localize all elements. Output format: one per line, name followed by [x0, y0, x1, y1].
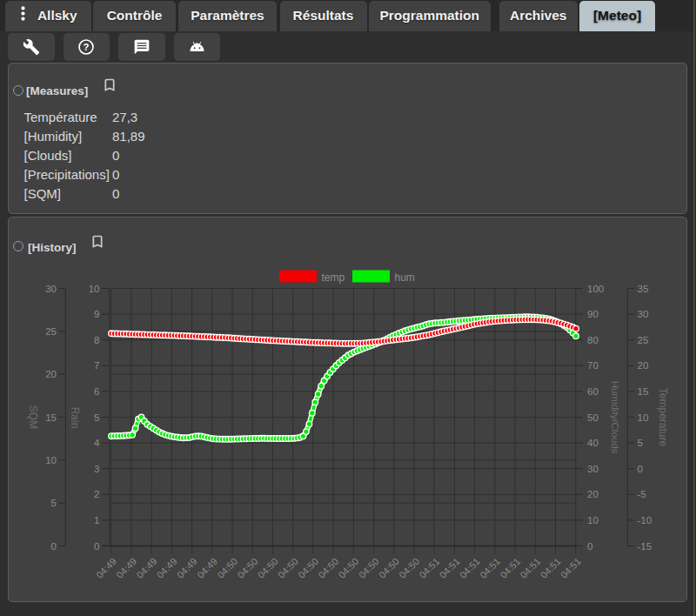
svg-text:04:50: 04:50 [337, 556, 361, 580]
svg-text:20: 20 [638, 360, 649, 371]
svg-text:temp: temp [322, 271, 345, 284]
svg-text:25: 25 [638, 335, 649, 345]
svg-text:-5: -5 [638, 489, 646, 499]
svg-text:04:50: 04:50 [357, 556, 381, 580]
svg-text:04:50: 04:50 [215, 556, 239, 580]
svg-text:SQM: SQM [27, 405, 39, 429]
svg-text:04:50: 04:50 [236, 556, 260, 580]
svg-text:2: 2 [94, 489, 99, 499]
svg-text:20: 20 [45, 369, 57, 379]
svg-text:Rain: Rain [69, 407, 81, 429]
svg-text:04:49: 04:49 [134, 556, 158, 580]
svg-text:04:51: 04:51 [458, 556, 482, 580]
svg-text:04:49: 04:49 [195, 556, 219, 580]
svg-text:15: 15 [45, 412, 57, 423]
svg-text:04:50: 04:50 [256, 556, 280, 580]
svg-text:0: 0 [51, 541, 57, 552]
svg-text:04:49: 04:49 [94, 556, 118, 580]
svg-text:30: 30 [587, 464, 599, 474]
svg-text:-15: -15 [638, 541, 652, 552]
svg-text:50: 50 [587, 412, 599, 423]
svg-text:5: 5 [94, 412, 99, 423]
svg-text:04:51: 04:51 [417, 556, 441, 580]
svg-text:70: 70 [587, 360, 599, 371]
svg-text:10: 10 [45, 455, 57, 465]
svg-text:10: 10 [89, 284, 100, 294]
svg-text:7: 7 [94, 360, 99, 371]
svg-text:3: 3 [94, 464, 99, 474]
svg-text:30: 30 [45, 284, 57, 294]
svg-text:04:50: 04:50 [377, 556, 401, 580]
svg-text:04:51: 04:51 [498, 556, 522, 580]
svg-text:04:51: 04:51 [438, 556, 462, 580]
svg-text:40: 40 [587, 438, 599, 448]
svg-text:10: 10 [638, 412, 649, 423]
svg-text:Humidity/Clouds: Humidity/Clouds [610, 381, 620, 454]
svg-text:25: 25 [45, 326, 57, 337]
svg-text:30: 30 [638, 309, 649, 319]
svg-text:04:50: 04:50 [316, 556, 340, 580]
svg-text:10: 10 [587, 515, 599, 526]
svg-text:60: 60 [587, 386, 599, 397]
svg-text:0: 0 [638, 464, 643, 474]
svg-text:1: 1 [94, 515, 99, 526]
svg-text:4: 4 [94, 438, 100, 448]
svg-text:35: 35 [638, 284, 649, 294]
svg-text:90: 90 [587, 309, 599, 319]
svg-text:8: 8 [94, 335, 99, 345]
svg-text:04:51: 04:51 [559, 556, 583, 580]
svg-text:Temperature: Temperature [657, 388, 669, 447]
svg-text:5: 5 [51, 498, 57, 508]
svg-text:-10: -10 [638, 515, 652, 526]
svg-text:hum: hum [395, 271, 415, 284]
svg-text:9: 9 [94, 309, 99, 319]
svg-text:5: 5 [638, 438, 643, 448]
svg-text:04:51: 04:51 [478, 556, 502, 580]
svg-text:04:49: 04:49 [114, 556, 138, 580]
svg-text:0: 0 [94, 541, 99, 552]
svg-text:04:49: 04:49 [155, 556, 179, 580]
svg-text:04:50: 04:50 [276, 556, 300, 580]
svg-text:6: 6 [94, 386, 99, 397]
svg-text:04:50: 04:50 [397, 556, 421, 580]
svg-text:20: 20 [587, 489, 599, 499]
svg-text:0: 0 [587, 541, 592, 552]
svg-text:04:49: 04:49 [175, 556, 199, 580]
svg-text:80: 80 [587, 335, 599, 345]
svg-text:04:51: 04:51 [519, 556, 543, 580]
svg-text:15: 15 [638, 386, 649, 397]
svg-text:04:51: 04:51 [539, 556, 563, 580]
svg-text:100: 100 [587, 284, 604, 294]
svg-text:04:50: 04:50 [296, 556, 320, 580]
